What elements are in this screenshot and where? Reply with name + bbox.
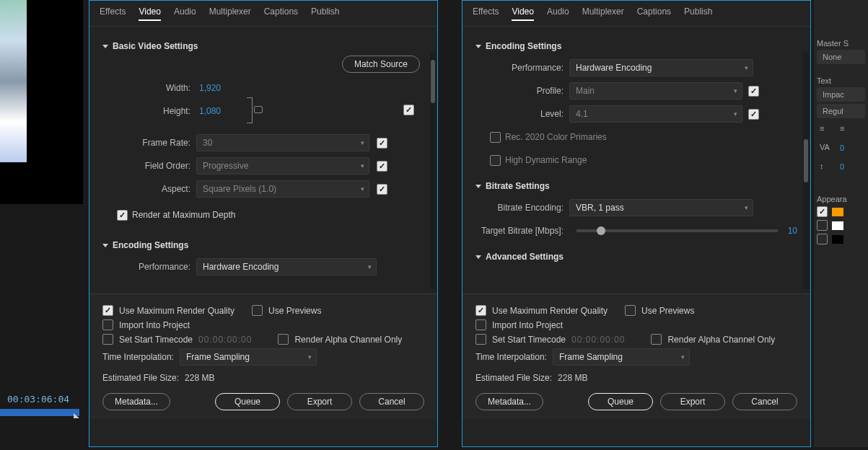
scrollbar[interactable]	[430, 53, 436, 289]
level-select[interactable]: 4.1▾	[569, 105, 742, 123]
tab-multiplexer[interactable]: Multiplexer	[582, 6, 624, 21]
rec2020-label: Rec. 2020 Color Primaries	[505, 132, 607, 142]
match-source-button[interactable]: Match Source	[342, 56, 420, 73]
tab-captions[interactable]: Captions	[637, 6, 671, 21]
height-label: Height:	[102, 106, 196, 116]
fieldorder-match-checkbox[interactable]	[377, 161, 387, 172]
import-into-project-checkbox[interactable]	[475, 319, 486, 330]
font-style-select[interactable]: Regul	[817, 104, 865, 118]
performance-select[interactable]: Hardware Encoding▾	[196, 258, 377, 275]
section-encoding[interactable]: Encoding Settings	[475, 41, 797, 51]
stroke-checkbox[interactable]	[817, 220, 828, 231]
target-bitrate-value[interactable]: 10	[788, 226, 797, 236]
profile-match-checkbox[interactable]	[748, 86, 759, 97]
chevron-down-icon	[475, 255, 481, 259]
kerning-value[interactable]: 0	[840, 144, 844, 152]
width-value[interactable]: 1,920	[199, 83, 235, 93]
render-alpha-checkbox[interactable]	[651, 334, 662, 345]
timecode[interactable]: 00:03:06:04	[7, 394, 82, 405]
export-footer: Use Maximum Render Quality Use Previews …	[463, 294, 810, 419]
start-tc-value[interactable]: 00:00:00:00	[198, 335, 252, 345]
text-section-label: Text	[817, 76, 865, 85]
link-icon[interactable]	[254, 106, 263, 113]
queue-button[interactable]: Queue	[588, 393, 653, 410]
metadata-button[interactable]: Metadata...	[102, 393, 170, 410]
width-label: Width:	[102, 83, 196, 93]
use-max-quality-checkbox[interactable]	[475, 305, 486, 316]
export-tabbar: Effects Video Audio Multiplexer Captions…	[89, 1, 437, 27]
font-family-select[interactable]: Impac	[817, 87, 865, 102]
align-left-icon[interactable]: ≡	[820, 124, 830, 134]
import-into-project-checkbox[interactable]	[102, 319, 113, 330]
rec2020-checkbox[interactable]	[490, 132, 501, 143]
export-settings-panel-1: Effects Video Audio Multiplexer Captions…	[89, 0, 438, 447]
cancel-button[interactable]: Cancel	[359, 393, 424, 410]
use-max-quality-checkbox[interactable]	[102, 305, 113, 316]
playhead[interactable]	[0, 409, 79, 416]
section-bitrate[interactable]: Bitrate Settings	[475, 181, 797, 191]
aspect-label: Aspect:	[102, 184, 196, 194]
tab-audio[interactable]: Audio	[174, 6, 196, 21]
set-start-tc-checkbox[interactable]	[102, 334, 113, 345]
export-tabbar: Effects Video Audio Multiplexer Captions…	[463, 1, 810, 27]
tab-captions[interactable]: Captions	[264, 6, 298, 21]
fieldorder-select[interactable]: Progressive▾	[196, 157, 369, 175]
width-match-checkbox[interactable]	[403, 105, 414, 115]
metadata-button[interactable]: Metadata...	[475, 393, 543, 410]
kerning-icon: VA	[820, 143, 830, 153]
profile-select[interactable]: Main▾	[569, 82, 742, 100]
align-center-icon[interactable]: ≡	[840, 124, 850, 134]
tab-publish[interactable]: Publish	[311, 6, 339, 21]
section-basic-video[interactable]: Basic Video Settings	[102, 41, 424, 51]
fill-checkbox[interactable]	[817, 206, 828, 217]
tab-multiplexer[interactable]: Multiplexer	[209, 6, 251, 21]
tab-video[interactable]: Video	[512, 6, 533, 21]
tab-publish[interactable]: Publish	[684, 6, 712, 21]
section-encoding[interactable]: Encoding Settings	[102, 240, 424, 250]
aspect-select[interactable]: Square Pixels (1.0)▾	[196, 180, 369, 198]
section-advanced[interactable]: Advanced Settings	[475, 252, 797, 262]
start-tc-value[interactable]: 00:00:00:00	[571, 335, 625, 345]
fill-swatch[interactable]	[832, 208, 843, 216]
appearance-label: Appeara	[817, 195, 865, 203]
est-size-value: 228 MB	[185, 373, 214, 383]
height-value[interactable]: 1,080	[199, 106, 221, 116]
framerate-select[interactable]: 30▾	[196, 134, 369, 151]
render-alpha-label: Render Alpha Channel Only	[667, 335, 775, 345]
use-previews-checkbox[interactable]	[625, 305, 636, 316]
export-button[interactable]: Export	[287, 393, 352, 410]
hdr-checkbox[interactable]	[490, 155, 501, 166]
tab-effects[interactable]: Effects	[100, 6, 126, 21]
tab-effects[interactable]: Effects	[473, 6, 499, 21]
level-match-checkbox[interactable]	[748, 109, 759, 120]
chevron-down-icon	[475, 185, 481, 188]
render-alpha-label: Render Alpha Channel Only	[294, 335, 402, 345]
queue-button[interactable]: Queue	[215, 393, 280, 410]
bitrate-encoding-select[interactable]: VBR, 1 pass▾	[569, 199, 753, 216]
shadow-checkbox[interactable]	[817, 234, 828, 244]
scrollbar[interactable]	[803, 53, 809, 289]
target-bitrate-slider[interactable]	[577, 229, 778, 232]
aspect-match-checkbox[interactable]	[377, 184, 387, 195]
shadow-swatch[interactable]	[832, 235, 843, 244]
master-style-select[interactable]: None	[817, 50, 865, 64]
render-alpha-checkbox[interactable]	[278, 334, 289, 345]
timeline[interactable]: 00:03:06:04	[0, 389, 89, 416]
tracking-value[interactable]: 0	[840, 162, 844, 171]
preview-monitor	[0, 0, 83, 204]
level-label: Level:	[475, 109, 569, 119]
framerate-match-checkbox[interactable]	[377, 138, 387, 149]
time-interp-select[interactable]: Frame Sampling▾	[553, 348, 690, 366]
master-styles-label: Master S	[817, 39, 865, 48]
cancel-button[interactable]: Cancel	[732, 393, 797, 410]
render-max-depth-checkbox[interactable]	[117, 210, 128, 221]
export-button[interactable]: Export	[660, 393, 725, 410]
use-previews-checkbox[interactable]	[252, 305, 263, 316]
stroke-swatch[interactable]	[832, 221, 843, 230]
tab-video[interactable]: Video	[139, 6, 160, 21]
performance-select[interactable]: Hardware Encoding▾	[569, 59, 753, 76]
time-interp-select[interactable]: Frame Sampling▾	[180, 348, 317, 366]
time-interp-label: Time Interpolation:	[102, 352, 174, 362]
tab-audio[interactable]: Audio	[547, 6, 569, 21]
set-start-tc-checkbox[interactable]	[475, 334, 486, 345]
